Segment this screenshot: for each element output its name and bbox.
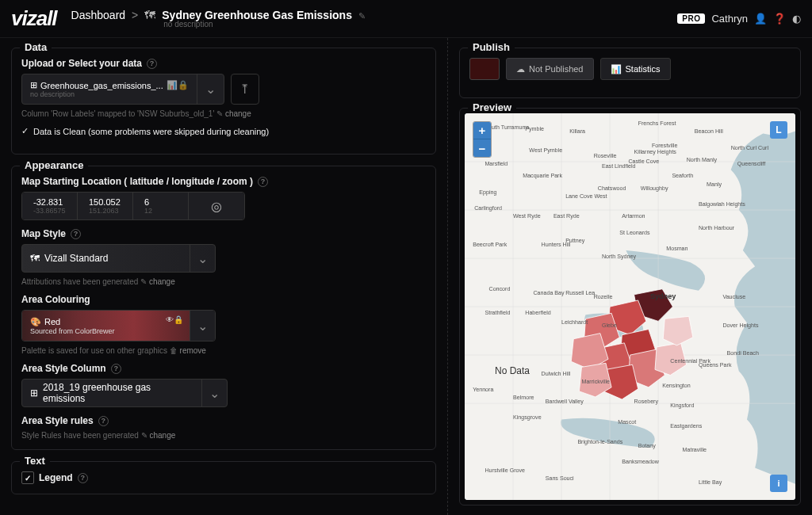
svg-text:North Manly: North Manly — [687, 157, 718, 163]
locate-button[interactable]: ◎ — [189, 193, 244, 219]
svg-text:Leichhardt: Leichhardt — [561, 319, 588, 326]
preview-column: Publish ☁Not Published 📊Statistics Previ… — [448, 38, 812, 515]
change-attrib-link[interactable]: change — [149, 277, 175, 286]
svg-text:Dover Heights: Dover Heights — [722, 322, 758, 329]
svg-text:North Sydney: North Sydney — [602, 254, 637, 260]
svg-text:Banksmeadow: Banksmeadow — [622, 459, 659, 465]
editor-column: Data Upload or Select your data ? ⊞ Gree… — [0, 38, 448, 515]
preview-panel: Preview — [459, 108, 801, 505]
data-panel-title: Data — [20, 41, 52, 53]
area-style-col-label: Area Style Column — [21, 363, 106, 374]
text-panel: Text ✓ Legend ? — [11, 461, 436, 494]
help-icon[interactable]: ? — [147, 59, 157, 69]
svg-text:Sans Souci: Sans Souci — [546, 475, 574, 482]
cloud-icon: ☁ — [516, 64, 525, 74]
help-icon[interactable]: ? — [78, 473, 88, 483]
zoom-cell[interactable]: 612 — [133, 193, 189, 219]
svg-text:Dulwich Hill: Dulwich Hill — [542, 371, 571, 377]
svg-text:Marrickville: Marrickville — [581, 379, 610, 385]
username[interactable]: Cathryn — [711, 13, 748, 25]
user-icon[interactable]: 👤 — [754, 13, 767, 25]
svg-text:Eastgardens: Eastgardens — [670, 423, 702, 429]
change-rules-link[interactable]: change — [149, 431, 175, 440]
svg-text:Manly: Manly — [707, 181, 722, 188]
location-label: Map Starting Location ( latitude / longi… — [21, 176, 253, 187]
chevron-down-icon[interactable]: ⌄ — [190, 311, 215, 341]
zoom-in-button[interactable]: + — [473, 122, 491, 139]
svg-text:Chatswood: Chatswood — [598, 185, 626, 192]
svg-text:Killara: Killara — [569, 128, 585, 135]
help-icon[interactable]: ❓ — [773, 13, 786, 25]
info-button[interactable]: i — [770, 475, 787, 492]
coordinates-input[interactable]: -32.831-33.86575 150.052151.2063 612 ◎ — [21, 192, 245, 220]
svg-text:North Curl Curl: North Curl Curl — [731, 145, 769, 151]
svg-text:Forestville: Forestville — [652, 143, 677, 149]
map-style-selector[interactable]: 🗺Vizall Standard ⌄ — [21, 244, 216, 273]
longitude-cell[interactable]: 150.052151.2063 — [78, 193, 133, 219]
settings-icon[interactable]: ◐ — [792, 13, 801, 25]
publish-status-button[interactable]: ☁Not Published — [506, 58, 594, 80]
zoom-out-button[interactable]: − — [473, 139, 491, 157]
svg-text:Kensington: Kensington — [662, 383, 691, 389]
chevron-down-icon[interactable]: ⌄ — [190, 245, 215, 272]
svg-text:Rozelle: Rozelle — [594, 294, 613, 300]
svg-text:St Leonards: St Leonards — [619, 230, 650, 236]
chart-icon: 📊🔒 — [167, 80, 189, 90]
publish-panel-title: Publish — [468, 41, 515, 53]
svg-text:Balgowlah Heights: Balgowlah Heights — [699, 201, 745, 208]
logo: vizall — [11, 6, 57, 31]
svg-text:East Ryde: East Ryde — [553, 213, 580, 219]
svg-text:Willoughby: Willoughby — [641, 185, 668, 192]
map-preview[interactable]: Sydney Chatswood North Sydney South Turr… — [465, 113, 795, 500]
svg-text:Brighton-le-Sands: Brighton-le-Sands — [577, 439, 622, 445]
colour-selector[interactable]: 🎨 Red Sourced from ColorBrewer 👁🔒 ⌄ — [21, 310, 216, 341]
area-style-column-selector[interactable]: ⊞2018_19 greenhouse gas emissions ⌄ — [21, 379, 228, 407]
app-header: vizall Dashboard > 🗺 Sydney Greenhouse G… — [0, 0, 812, 38]
svg-text:Vaucluse: Vaucluse — [722, 294, 745, 300]
area-colouring-label: Area Colouring — [21, 294, 90, 305]
svg-text:Hurstville Grove: Hurstville Grove — [485, 467, 525, 474]
svg-text:Carlingford: Carlingford — [474, 205, 502, 212]
svg-text:Canada Bay: Canada Bay — [533, 290, 565, 296]
pro-badge: PRO — [677, 13, 705, 24]
remove-palette-link[interactable]: remove — [180, 346, 206, 355]
svg-text:Puttney: Puttney — [565, 238, 585, 244]
map-svg: Sydney Chatswood North Sydney South Turr… — [465, 113, 795, 500]
help-icon[interactable]: ? — [258, 177, 268, 187]
change-mapping-link[interactable]: change — [225, 109, 251, 118]
legend-checkbox[interactable]: ✓ — [21, 471, 34, 484]
svg-text:Roseville: Roseville — [594, 153, 617, 159]
svg-text:Seaforth: Seaforth — [672, 173, 693, 179]
chevron-down-icon[interactable]: ⌄ — [197, 74, 224, 104]
help-icon[interactable]: ? — [111, 364, 121, 374]
publish-swatch — [469, 58, 500, 80]
palette-icon: 🎨 — [30, 317, 41, 327]
chevron-down-icon[interactable]: ⌄ — [201, 380, 227, 406]
dataset-selector[interactable]: ⊞ Greenhouse_gas_emissions_... 📊🔒 no des… — [21, 74, 224, 105]
svg-text:Matraville: Matraville — [683, 447, 707, 453]
svg-text:Killarney Heights: Killarney Heights — [634, 149, 677, 155]
statistics-button[interactable]: 📊Statistics — [600, 58, 671, 80]
svg-text:Kingsford: Kingsford — [670, 402, 694, 409]
svg-text:Pymble: Pymble — [525, 126, 544, 132]
svg-text:Bardwell Valley: Bardwell Valley — [546, 399, 584, 405]
svg-text:Queenscliff: Queenscliff — [737, 161, 765, 167]
svg-text:Centennial Park: Centennial Park — [670, 358, 710, 364]
upload-button[interactable]: ⤒ — [231, 74, 259, 105]
layers-button[interactable]: L — [770, 121, 787, 139]
svg-text:Rosebery: Rosebery — [634, 399, 659, 405]
help-icon[interactable]: ? — [98, 416, 109, 426]
svg-text:Yennora: Yennora — [473, 387, 493, 393]
latitude-cell[interactable]: -32.831-33.86575 — [22, 193, 78, 219]
breadcrumb-separator: > — [132, 9, 138, 21]
svg-text:Mascot: Mascot — [618, 419, 636, 425]
svg-text:Glebe: Glebe — [602, 322, 617, 329]
edit-title-icon[interactable]: ✎ — [358, 11, 366, 21]
svg-text:West Ryde: West Ryde — [513, 213, 541, 219]
breadcrumb-root[interactable]: Dashboard — [71, 9, 126, 21]
help-icon[interactable]: ? — [71, 229, 81, 239]
zoom-controls: + − — [473, 121, 492, 158]
svg-text:Epping: Epping — [479, 189, 496, 196]
svg-text:Marsfield: Marsfield — [485, 161, 508, 167]
table-icon: ⊞ — [30, 80, 37, 90]
